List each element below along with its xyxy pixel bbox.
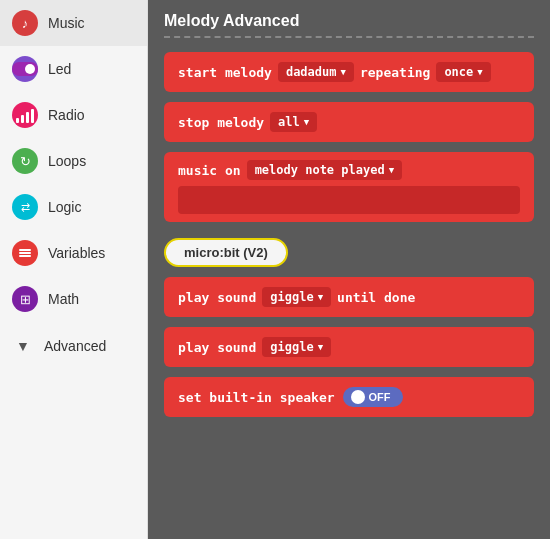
repeating-label: repeating bbox=[360, 65, 430, 80]
music-on-block: music on melody note played bbox=[164, 152, 534, 222]
giggle-dropdown-1[interactable]: giggle bbox=[262, 287, 331, 307]
start-melody-block: start melody dadadum repeating once bbox=[164, 52, 534, 92]
sidebar-item-math[interactable]: ⊞ Math bbox=[0, 276, 147, 322]
sidebar-label-music: Music bbox=[48, 15, 85, 31]
melody-dropdown[interactable]: dadadum bbox=[278, 62, 354, 82]
logic-icon: ⇄ bbox=[12, 194, 38, 220]
led-toggle-icon bbox=[12, 62, 38, 76]
toggle-circle-icon bbox=[351, 390, 365, 404]
sidebar-item-music[interactable]: ♪ Music bbox=[0, 0, 147, 46]
svg-rect-2 bbox=[19, 255, 31, 257]
sidebar-label-loops: Loops bbox=[48, 153, 86, 169]
led-icon bbox=[12, 56, 38, 82]
microbit-badge: micro:bit (V2) bbox=[164, 238, 288, 267]
music-on-label: music on bbox=[178, 163, 241, 178]
sidebar: ♪ Music Led Radio ↻ Loops ⇄ Logic bbox=[0, 0, 148, 539]
sidebar-label-logic: Logic bbox=[48, 199, 81, 215]
play-sound-2-block: play sound giggle bbox=[164, 327, 534, 367]
sidebar-item-advanced[interactable]: ▼ Advanced bbox=[0, 322, 147, 370]
loops-icon: ↻ bbox=[12, 148, 38, 174]
radio-icon bbox=[12, 102, 38, 128]
sidebar-label-math: Math bbox=[48, 291, 79, 307]
page-title: Melody Advanced bbox=[164, 12, 534, 38]
music-on-body bbox=[178, 186, 520, 214]
sidebar-item-radio[interactable]: Radio bbox=[0, 92, 147, 138]
sidebar-item-variables[interactable]: Variables bbox=[0, 230, 147, 276]
melody-note-dropdown[interactable]: melody note played bbox=[247, 160, 402, 180]
stop-melody-block: stop melody all bbox=[164, 102, 534, 142]
set-speaker-label: set built-in speaker bbox=[178, 390, 335, 405]
music-on-header: music on melody note played bbox=[178, 160, 520, 180]
until-done-label: until done bbox=[337, 290, 415, 305]
chevron-down-icon: ▼ bbox=[12, 335, 34, 357]
svg-rect-1 bbox=[19, 252, 31, 254]
music-icon: ♪ bbox=[12, 10, 38, 36]
play-sound-2-label: play sound bbox=[178, 340, 256, 355]
main-content: Melody Advanced start melody dadadum rep… bbox=[148, 0, 550, 539]
math-icon: ⊞ bbox=[12, 286, 38, 312]
stop-melody-label: stop melody bbox=[178, 115, 264, 130]
variables-icon bbox=[12, 240, 38, 266]
play-sound-1-label: play sound bbox=[178, 290, 256, 305]
toggle-off-label: OFF bbox=[369, 391, 391, 403]
stop-all-dropdown[interactable]: all bbox=[270, 112, 317, 132]
once-dropdown[interactable]: once bbox=[436, 62, 490, 82]
giggle-dropdown-2[interactable]: giggle bbox=[262, 337, 331, 357]
sidebar-label-radio: Radio bbox=[48, 107, 85, 123]
play-sound-1-block: play sound giggle until done bbox=[164, 277, 534, 317]
sidebar-item-led[interactable]: Led bbox=[0, 46, 147, 92]
set-speaker-block: set built-in speaker OFF bbox=[164, 377, 534, 417]
start-melody-label: start melody bbox=[178, 65, 272, 80]
sidebar-label-led: Led bbox=[48, 61, 71, 77]
sidebar-label-advanced: Advanced bbox=[44, 338, 106, 354]
svg-rect-0 bbox=[19, 249, 31, 251]
bars-icon bbox=[16, 107, 34, 123]
sidebar-item-logic[interactable]: ⇄ Logic bbox=[0, 184, 147, 230]
sidebar-item-loops[interactable]: ↻ Loops bbox=[0, 138, 147, 184]
sidebar-label-variables: Variables bbox=[48, 245, 105, 261]
speaker-toggle[interactable]: OFF bbox=[343, 387, 403, 407]
microbit-label: micro:bit (V2) bbox=[184, 245, 268, 260]
